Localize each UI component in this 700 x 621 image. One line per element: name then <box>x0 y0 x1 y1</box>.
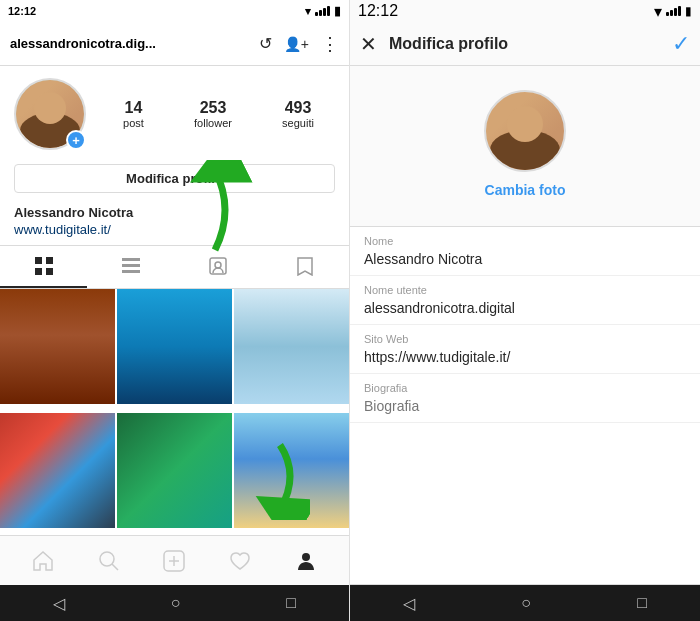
right-android-nav: ◁ ○ □ <box>350 585 700 621</box>
svg-rect-6 <box>122 270 140 273</box>
left-time: 12:12 <box>8 5 36 17</box>
svg-rect-7 <box>210 258 226 274</box>
username-label: alessandronicotra.dig... <box>10 36 251 51</box>
more-options-icon[interactable]: ⋮ <box>321 33 339 55</box>
nav-home[interactable] <box>23 541 63 581</box>
right-home-button[interactable]: ○ <box>521 594 531 612</box>
svg-rect-4 <box>122 258 140 261</box>
following-label: seguiti <box>282 117 314 129</box>
signal-icon <box>315 6 330 16</box>
edit-profile-title: Modifica profilo <box>389 35 672 53</box>
right-wifi-icon: ▾ <box>654 2 662 21</box>
stat-following[interactable]: 493 seguiti <box>282 99 314 129</box>
nav-heart[interactable] <box>220 541 260 581</box>
svg-rect-5 <box>122 264 140 267</box>
grid-item[interactable] <box>0 413 115 528</box>
nav-search[interactable] <box>89 541 129 581</box>
left-status-bar: 12:12 ▾ ▮ <box>0 0 349 22</box>
svg-point-9 <box>100 552 114 566</box>
stat-posts[interactable]: 14 post <box>123 99 144 129</box>
left-panel: 12:12 ▾ ▮ alessandronicotra.dig... ↺ 👤+ … <box>0 0 350 621</box>
history-icon[interactable]: ↺ <box>259 34 272 53</box>
nome-label: Nome <box>364 235 686 247</box>
profile-name: Alessandro Nicotra <box>0 203 349 222</box>
top-bar-icons: ↺ 👤+ ⋮ <box>259 33 339 55</box>
stat-followers[interactable]: 253 follower <box>194 99 232 129</box>
confirm-button[interactable]: ✓ <box>672 31 690 57</box>
avatar-container: + <box>14 78 86 150</box>
grid-item[interactable] <box>117 289 232 404</box>
website-field: Sito Web <box>350 325 700 374</box>
tab-saved[interactable] <box>262 246 349 288</box>
bio-field: Biografia <box>350 374 700 423</box>
home-button[interactable]: ○ <box>171 594 181 612</box>
svg-rect-3 <box>46 268 53 275</box>
bottom-nav <box>0 535 349 585</box>
right-avatar <box>484 90 566 172</box>
website-label: Sito Web <box>364 333 686 345</box>
photo-grid <box>0 289 349 535</box>
right-recents-button[interactable]: □ <box>637 594 647 612</box>
svg-rect-0 <box>35 257 42 264</box>
wifi-icon: ▾ <box>305 5 311 18</box>
nome-field: Nome <box>350 227 700 276</box>
nome-input[interactable] <box>364 249 686 269</box>
left-top-bar: alessandronicotra.dig... ↺ 👤+ ⋮ <box>0 22 349 66</box>
left-android-nav: ◁ ○ □ <box>0 585 349 621</box>
svg-line-10 <box>112 564 118 570</box>
right-back-button[interactable]: ◁ <box>403 594 415 613</box>
right-battery-icon: ▮ <box>685 4 692 18</box>
username-input[interactable] <box>364 298 686 318</box>
following-count: 493 <box>285 99 312 117</box>
close-button[interactable]: ✕ <box>360 32 377 56</box>
tab-tagged[interactable] <box>175 246 262 288</box>
svg-rect-2 <box>35 268 42 275</box>
add-photo-button[interactable]: + <box>66 130 86 150</box>
grid-item[interactable] <box>234 289 349 404</box>
username-label: Nome utente <box>364 284 686 296</box>
edit-profile-button[interactable]: Modifica profilo <box>14 164 335 193</box>
bio-input[interactable] <box>364 396 686 416</box>
right-panel: 12:12 ▾ ▮ ✕ Modifica profilo ✓ Cambia fo… <box>350 0 700 621</box>
back-button[interactable]: ◁ <box>53 594 65 613</box>
profile-link[interactable]: www.tudigitale.it/ <box>0 222 349 245</box>
username-field: Nome utente <box>350 276 700 325</box>
profile-section: + 14 post 253 follower 493 seguiti <box>0 66 349 160</box>
grid-item[interactable] <box>0 289 115 404</box>
stats-row: 14 post 253 follower 493 seguiti <box>102 99 335 129</box>
left-status-icons: ▾ ▮ <box>305 4 341 18</box>
tab-grid[interactable] <box>0 246 87 288</box>
website-input[interactable] <box>364 347 686 367</box>
followers-count: 253 <box>200 99 227 117</box>
tab-bar <box>0 245 349 289</box>
right-status-bar: 12:12 ▾ ▮ <box>350 0 700 22</box>
nav-add[interactable] <box>154 541 194 581</box>
right-status-icons: ▾ ▮ <box>654 2 692 21</box>
battery-icon: ▮ <box>334 4 341 18</box>
recents-button[interactable]: □ <box>286 594 296 612</box>
right-profile-area: Cambia foto <box>350 66 700 214</box>
grid-item[interactable] <box>117 413 232 528</box>
right-top-bar: ✕ Modifica profilo ✓ <box>350 22 700 66</box>
posts-label: post <box>123 117 144 129</box>
followers-label: follower <box>194 117 232 129</box>
nav-profile[interactable] <box>286 541 326 581</box>
change-photo-button[interactable]: Cambia foto <box>485 182 566 198</box>
add-person-icon[interactable]: 👤+ <box>284 36 309 52</box>
tab-list[interactable] <box>87 246 174 288</box>
svg-rect-1 <box>46 257 53 264</box>
grid-item[interactable] <box>234 413 349 528</box>
bio-label: Biografia <box>364 382 686 394</box>
right-signal-icon <box>666 6 681 16</box>
right-time: 12:12 <box>358 2 398 20</box>
posts-count: 14 <box>125 99 143 117</box>
edit-form: Nome Nome utente Sito Web Biografia <box>350 226 700 585</box>
svg-point-8 <box>215 262 221 268</box>
svg-point-14 <box>302 553 310 561</box>
